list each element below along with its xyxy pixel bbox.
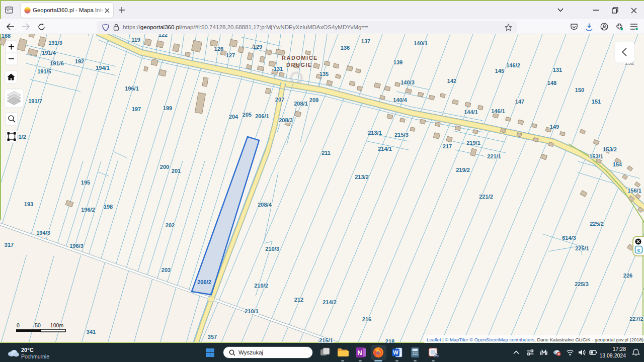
svg-text:131: 131 <box>553 67 562 73</box>
svg-text:140/4: 140/4 <box>393 97 407 103</box>
svg-text:140/1: 140/1 <box>414 40 428 46</box>
svg-text:203: 203 <box>162 267 171 273</box>
svg-text:206/1: 206/1 <box>255 113 269 119</box>
svg-text:151: 151 <box>592 99 601 105</box>
svg-text:194/3: 194/3 <box>36 230 50 236</box>
svg-text:147: 147 <box>515 99 524 105</box>
svg-text:210/2: 210/2 <box>254 283 268 289</box>
svg-text:144/1: 144/1 <box>464 109 478 115</box>
svg-text:614/3: 614/3 <box>562 235 576 241</box>
svg-text:197: 197 <box>132 106 141 112</box>
svg-text:DRUGIE: DRUGIE <box>286 62 312 68</box>
svg-text:227/2: 227/2 <box>629 316 643 322</box>
svg-text:219/1: 219/1 <box>466 140 480 146</box>
svg-text:198: 198 <box>104 204 113 210</box>
svg-text:146/2: 146/2 <box>506 62 520 68</box>
svg-text:213/2: 213/2 <box>355 174 369 180</box>
svg-text:218: 218 <box>385 338 394 343</box>
svg-text:219/2: 219/2 <box>456 167 470 173</box>
svg-text:214/2: 214/2 <box>323 299 337 305</box>
svg-text:317: 317 <box>5 242 14 248</box>
svg-text:126: 126 <box>214 46 223 52</box>
svg-text:225/3: 225/3 <box>575 281 589 287</box>
svg-text:191/4: 191/4 <box>42 50 56 56</box>
svg-text:148: 148 <box>547 80 556 86</box>
svg-text:196/2: 196/2 <box>81 207 95 213</box>
svg-text:221/1: 221/1 <box>487 153 501 159</box>
svg-text:357: 357 <box>208 334 217 340</box>
svg-text:209: 209 <box>309 97 318 103</box>
svg-text:210/1: 210/1 <box>245 308 259 314</box>
svg-text:100m: 100m <box>50 322 64 328</box>
svg-text:196/1: 196/1 <box>125 85 139 92</box>
svg-text:127: 127 <box>226 52 235 58</box>
svg-text:146/1: 146/1 <box>491 108 505 114</box>
svg-text:208/3: 208/3 <box>279 117 293 123</box>
svg-text:129: 129 <box>253 44 262 50</box>
svg-text:Leaflet | © MapTiler © OpenStr: Leaflet | © MapTiler © OpenStreetMap con… <box>427 337 643 342</box>
svg-text:196/3: 196/3 <box>69 243 84 249</box>
svg-text:142: 142 <box>447 78 456 84</box>
svg-text:214/1: 214/1 <box>378 146 392 152</box>
svg-text:122: 122 <box>158 34 168 38</box>
svg-text:50: 50 <box>35 322 41 328</box>
svg-text:154: 154 <box>613 161 622 167</box>
svg-text:212: 212 <box>294 297 303 303</box>
svg-text:145: 145 <box>495 68 504 74</box>
svg-text:210/3: 210/3 <box>265 246 279 252</box>
svg-text:221/2: 221/2 <box>479 194 493 200</box>
svg-text:225/2: 225/2 <box>590 221 604 227</box>
svg-text:211: 211 <box>321 150 331 156</box>
svg-text:206/2: 206/2 <box>197 279 211 285</box>
svg-text:0: 0 <box>17 322 20 328</box>
svg-text:e: e <box>637 247 640 253</box>
svg-text:135: 135 <box>319 71 329 77</box>
svg-text:W: W <box>393 349 398 355</box>
svg-text:119: 119 <box>131 37 140 43</box>
svg-text:194/1: 194/1 <box>96 65 110 71</box>
svg-text:217: 217 <box>443 143 452 149</box>
svg-text:149: 149 <box>550 124 559 130</box>
svg-text:200: 200 <box>160 164 169 170</box>
svg-text:195: 195 <box>81 179 90 186</box>
svg-text:215/3: 215/3 <box>394 132 409 138</box>
svg-text:213/1: 213/1 <box>368 130 382 136</box>
svg-text:191/3: 191/3 <box>48 40 62 46</box>
svg-text:153/1: 153/1 <box>589 153 603 159</box>
svg-text:139: 139 <box>393 59 403 65</box>
svg-text:131: 131 <box>274 66 283 72</box>
svg-text:188: 188 <box>2 34 11 39</box>
svg-text:RADOMICE: RADOMICE <box>282 55 318 61</box>
svg-text:140/3: 140/3 <box>400 79 415 85</box>
svg-text:193: 193 <box>24 201 33 207</box>
svg-text:150: 150 <box>575 87 584 93</box>
svg-text:137: 137 <box>361 38 370 44</box>
svg-text:216: 216 <box>362 316 371 322</box>
svg-text:N: N <box>357 349 362 356</box>
svg-text:199: 199 <box>163 105 172 111</box>
svg-text:191/7: 191/7 <box>28 98 42 104</box>
svg-text:205: 205 <box>243 112 252 118</box>
svg-text:192: 192 <box>75 58 84 64</box>
svg-text:225/1: 225/1 <box>575 245 589 251</box>
svg-text:215/1: 215/1 <box>319 337 333 343</box>
svg-text:208/1: 208/1 <box>294 101 308 107</box>
svg-text:226: 226 <box>623 273 632 279</box>
svg-text:341: 341 <box>87 329 96 335</box>
svg-text:207: 207 <box>275 97 284 103</box>
svg-text:201: 201 <box>172 168 181 174</box>
svg-text:208/4: 208/4 <box>258 202 272 208</box>
svg-text:153/2: 153/2 <box>603 146 617 152</box>
svg-text:202: 202 <box>166 222 175 228</box>
svg-text:156/1: 156/1 <box>627 188 641 194</box>
svg-text:191/6: 191/6 <box>50 60 64 66</box>
svg-text:136: 136 <box>341 45 350 51</box>
svg-text:191/5: 191/5 <box>37 68 51 74</box>
svg-text:204: 204 <box>229 114 238 120</box>
